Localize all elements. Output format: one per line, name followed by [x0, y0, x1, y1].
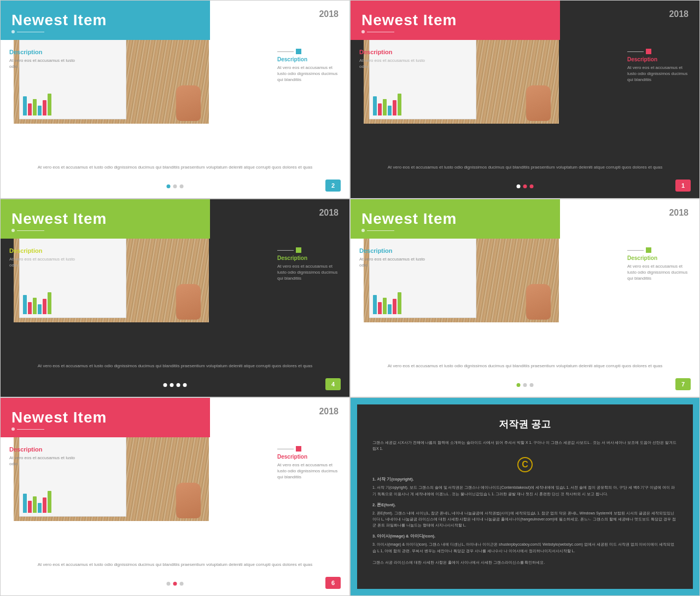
slide-3-bottom-text: At vero eos et accusamus et lusto odio d…: [1, 363, 349, 369]
hand: [176, 85, 201, 121]
slide-4-page-btn[interactable]: 7: [675, 378, 691, 390]
bar: [388, 304, 392, 314]
desc-left-text: At vero eos et accusamus et lusto odio: [359, 256, 430, 268]
slide-3-title: Newest Item: [11, 210, 107, 228]
connector-line: [277, 250, 294, 251]
slide-1-desc-right: Description At vero eos et accusamus et …: [277, 49, 343, 83]
slide-4-desc-left: Description At vero eos et accusamus et …: [359, 247, 430, 268]
slide-3-header: Newest Item: [1, 199, 210, 239]
bar: [393, 100, 396, 115]
slide-5-page-btn[interactable]: 6: [325, 577, 341, 589]
bar: [28, 103, 32, 115]
bar: [383, 99, 387, 115]
slide-1-dots: [167, 184, 184, 188]
dot-2: [170, 383, 174, 387]
slide-3: Newest Item 2018 Description At vero eos…: [0, 199, 350, 397]
desc-right-text: At vero eos et accusamus et lusto odio d…: [627, 65, 693, 83]
dot-1: [517, 184, 521, 188]
slide-1-desc-left: Description At vero eos et accusamus et …: [9, 49, 80, 70]
slide-2-bottom-text: At vero eos et accusamus et lusto odio d…: [351, 164, 699, 171]
title-line: [17, 429, 44, 430]
desc-right-text: At vero eos et accusamus et lusto odio d…: [627, 263, 693, 282]
bar: [398, 292, 401, 314]
slide-5-title: Newest Item: [11, 409, 107, 426]
bar: [48, 94, 51, 115]
title-dot: [361, 229, 365, 232]
copyright-section-1: 1. 서작 기(copyright).: [372, 477, 678, 482]
bar: [23, 494, 27, 513]
desc-right-title: Description: [627, 255, 693, 261]
slide-1-page-btn[interactable]: 2: [325, 180, 341, 192]
slide-3-underline: [11, 229, 44, 232]
bar: [398, 94, 401, 115]
bar: [38, 106, 42, 115]
dot-3: [177, 383, 180, 387]
title-line: [367, 230, 394, 231]
slide-5-underline: [11, 427, 44, 431]
desc-square: [296, 446, 301, 452]
slide-3-dots: [164, 383, 187, 387]
slide-2-dots: [517, 184, 534, 188]
bar: [378, 302, 382, 314]
dot-1: [517, 383, 521, 387]
dot-3: [530, 184, 534, 188]
bar: [48, 292, 51, 314]
hand: [526, 284, 551, 320]
dot-3: [180, 582, 184, 586]
desc-square: [296, 247, 301, 253]
connector-line: [277, 51, 294, 52]
desc-right-title: Description: [277, 255, 343, 261]
slide-2: Newest Item 2018 Description At vero eos…: [350, 0, 700, 199]
slide-4-year: 2018: [669, 208, 689, 218]
dot-2: [173, 582, 177, 586]
desc-left-text: At vero eos et accusamus et lusto odio: [9, 455, 80, 467]
slide-3-desc-right: Description At vero eos et accusamus et …: [277, 247, 343, 282]
dot-1: [167, 582, 171, 586]
slide-1-year: 2018: [319, 9, 339, 19]
slide-4-underline: [361, 229, 394, 232]
bar: [33, 298, 37, 314]
bar: [48, 491, 51, 513]
desc-left-title: Description: [9, 446, 80, 453]
title-dot: [11, 30, 15, 33]
desc-square: [296, 49, 301, 54]
desc-connector: [277, 247, 343, 253]
copyright-para-4: 그랜스 서공 라이신스에 대한 사세한 사항은 홀에이 사이나에서 사세한 그랜…: [372, 559, 678, 565]
bar: [28, 302, 32, 314]
slide-5-header: Newest Item: [1, 398, 210, 437]
desc-right-title: Description: [627, 56, 693, 62]
bar: [378, 103, 382, 115]
desc-right-text: At vero eos et accusamus et lusto odio d…: [277, 263, 343, 282]
desc-left-text: At vero eos et accusamus et lusto odio: [359, 57, 430, 70]
copyright-section-3: 3. 아이사(image) & 아이디(icon).: [372, 534, 678, 539]
slide-4-bottom-text: At vero eos et accusamus et lusto odio d…: [351, 363, 699, 369]
bar: [43, 299, 46, 314]
slide-2-title: Newest Item: [361, 11, 457, 29]
desc-left-text: At vero eos et accusamus et lusto odio: [9, 256, 80, 268]
desc-connector: [627, 247, 693, 253]
desc-square: [646, 49, 651, 54]
bar: [23, 96, 27, 115]
slide-4-desc-right: Description At vero eos et accusamus et …: [627, 247, 693, 282]
slide-2-year: 2018: [669, 9, 689, 19]
title-line: [367, 32, 394, 32]
dot-2: [523, 184, 527, 188]
desc-left-text: At vero eos et accusamus et lusto odio: [9, 57, 80, 70]
copyright-para-0: 그랜스 세공값 시X사가 전해에 나름의 협력에 소개하는 슬라이드 사에서 읽…: [372, 439, 678, 452]
dot-1: [167, 184, 171, 188]
slide-3-page-btn[interactable]: 4: [325, 378, 341, 390]
bar: [43, 100, 46, 115]
slide-3-desc-left: Description At vero eos et accusamus et …: [9, 247, 80, 268]
desc-connector: [277, 49, 343, 54]
bar: [33, 496, 37, 513]
bar: [38, 304, 42, 314]
slide-5-dots: [167, 582, 184, 586]
slide-2-header: Newest Item: [351, 1, 560, 40]
desc-right-title: Description: [277, 56, 343, 62]
copyright-logo: C: [517, 457, 533, 472]
desc-left-title: Description: [9, 247, 80, 254]
slide-1-bottom-text: At vero eos et accusamus et lusto odio d…: [1, 164, 349, 171]
slide-2-page-btn[interactable]: 1: [675, 180, 691, 192]
desc-left-title: Description: [359, 49, 430, 55]
dot-4: [183, 383, 187, 387]
